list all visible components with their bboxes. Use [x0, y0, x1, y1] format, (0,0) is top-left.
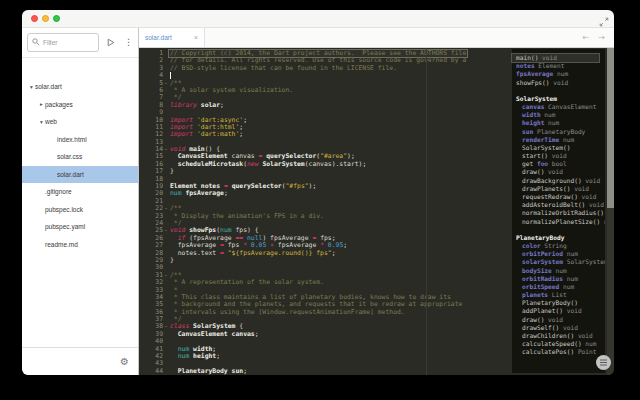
outline-item-normalizeorbitradius[interactable]: normalizeOrbitRadius() …: [512, 209, 605, 217]
outline-item-calculatespeed-num[interactable]: calculateSpeed() num: [512, 340, 605, 348]
tab-label: solar.dart: [145, 34, 172, 41]
outline-item-orbitperiod-num[interactable]: orbitPeriod num: [512, 250, 605, 258]
code-text: * A solar system visualization.: [169, 87, 294, 94]
chevron-down-icon[interactable]: ▾: [28, 84, 35, 90]
tree-item-packages[interactable]: ▸packages: [22, 96, 138, 114]
outline-item-solarsystem[interactable]: SolarSystem: [512, 95, 605, 103]
nav-back-button[interactable]: ←: [583, 33, 590, 42]
tab-bar: solar.dart × ← →: [139, 28, 614, 48]
tree-item-pubspec-lock[interactable]: pubspec.lock: [22, 201, 138, 219]
tree-item-label: web: [45, 118, 57, 125]
outline-item-main-void[interactable]: main() void: [512, 54, 599, 62]
outline-item-planetarybody[interactable]: PlanetaryBody(): [512, 299, 605, 307]
code-text: import 'dart:math';: [169, 131, 244, 138]
outline-item-height-num[interactable]: height num: [512, 119, 605, 127]
outline-item-bodysize-num[interactable]: bodySize num: [512, 267, 605, 275]
tree-item-label: index.html: [57, 136, 87, 143]
outline-item-rendertime-num[interactable]: renderTime num: [512, 136, 605, 144]
traffic-lights: [31, 15, 60, 22]
tree-item-label: readme.md: [45, 241, 78, 248]
outline-item-get-foo-bool[interactable]: get foo bool: [512, 160, 605, 168]
tab-close-icon[interactable]: ×: [194, 34, 198, 41]
chevron-right-icon[interactable]: ▸: [38, 101, 45, 107]
editor-scrollbar-thumb[interactable]: [607, 48, 614, 208]
outline-item-width-num[interactable]: width num: [512, 111, 605, 119]
outline-item-orbitradius-num[interactable]: orbitRadius num: [512, 275, 605, 283]
zoom-window-button[interactable]: [53, 15, 60, 22]
outline-item-canvas-canvaselement[interactable]: canvas CanvasElement: [512, 103, 605, 111]
editor-scrollbar[interactable]: [607, 48, 614, 375]
tree-item-web[interactable]: ▾web: [22, 113, 138, 131]
code-text: num height;: [169, 353, 221, 360]
tree-item-label: solar.css: [57, 153, 82, 160]
outline-item-addplanet-void[interactable]: addPlanet() void: [512, 307, 605, 315]
minimize-window-button[interactable]: [42, 15, 49, 22]
outline-item-draw-void[interactable]: draw() void: [512, 316, 605, 324]
code-text: scheduleMicrotask(new SolarSystem(canvas…: [169, 161, 367, 168]
outline-item-drawplanets-void[interactable]: drawPlanets() void: [512, 185, 605, 193]
tab-solar-dart[interactable]: solar.dart ×: [139, 28, 205, 47]
tree-item-solar-css[interactable]: solar.css: [22, 148, 138, 166]
outline-item-orbitspeed-num[interactable]: orbitSpeed num: [512, 283, 605, 291]
outline-item-showfps-void[interactable]: showFps() void: [512, 79, 605, 87]
chevron-down-icon[interactable]: ▾: [38, 119, 45, 125]
outline-item-fpsaverage-num[interactable]: fpsAverage num: [512, 70, 605, 78]
tree-item-label: .gitignore: [45, 188, 72, 195]
outline-item-notes-element[interactable]: notes Element: [512, 62, 605, 70]
outline-panel: main() voidnotes ElementfpsAverage numsh…: [512, 49, 605, 373]
tree-item-label: solar.dart: [35, 83, 62, 90]
overflow-menu-icon[interactable]: ⋮: [124, 38, 133, 47]
outline-item-draw-void[interactable]: draw() void: [512, 168, 605, 176]
outline-toggle-button[interactable]: [596, 355, 611, 370]
outline-item-color-string[interactable]: color String: [512, 242, 605, 250]
outline-item-drawchildren-void[interactable]: drawChildren() void: [512, 332, 605, 340]
outline-item-requestredraw-void[interactable]: requestRedraw() void: [512, 193, 605, 201]
expand-icon[interactable]: [599, 13, 609, 23]
outline-gap: [512, 87, 605, 95]
outline-item-solarsystem-solarsystem[interactable]: solarSystem SolarSystem: [512, 258, 605, 266]
print-margin-ruler: [426, 48, 427, 375]
file-tree: ▾solar.dart▸packages▾webindex.htmlsolar.…: [22, 58, 138, 347]
tree-item-gitignore[interactable]: .gitignore: [22, 183, 138, 201]
code-text: * A representation of the solar system.: [169, 279, 325, 286]
outline-item-calculatepos-point[interactable]: calculatePos() Point: [512, 348, 605, 356]
tree-item-label: packages: [45, 101, 73, 108]
outline-item-sun-planetarybody[interactable]: sun PlanetaryBody: [512, 128, 605, 136]
run-button[interactable]: [107, 38, 115, 47]
file-sidebar: Filter ⋮ ▾solar.dart▸packages▾webindex.h…: [22, 28, 139, 375]
outline-gap: [512, 226, 605, 234]
tree-item-pubspec-yaml[interactable]: pubspec.yaml: [22, 218, 138, 236]
tree-item-solar-dart[interactable]: ▾solar.dart: [22, 78, 138, 96]
code-text: CanvasElement canvas;: [169, 331, 260, 338]
code-text: library solar;: [169, 102, 225, 109]
app-window: Filter ⋮ ▾solar.dart▸packages▾webindex.h…: [22, 10, 614, 375]
outline-item-normalizeplanetsize-n[interactable]: normalizePlanetSize() n…: [512, 218, 605, 226]
tree-item-solar-dart[interactable]: solar.dart: [22, 166, 138, 184]
code-editor[interactable]: 1// Copyright (c) 2014, the Dart project…: [139, 48, 614, 375]
list-icon: [599, 358, 608, 367]
outline-item-solarsystem[interactable]: SolarSystem(): [512, 144, 605, 152]
tree-item-label: solar.dart: [57, 171, 84, 178]
gear-icon[interactable]: ⚙: [120, 357, 129, 367]
code-text: }: [169, 257, 175, 264]
outline-item-drawbackground-void[interactable]: drawBackground() void: [512, 177, 605, 185]
line-number: 44: [139, 368, 163, 375]
code-text: num fpsAverage;: [169, 190, 229, 197]
filter-input[interactable]: Filter: [27, 33, 99, 52]
sidebar-bottom-bar: ⚙: [22, 347, 138, 375]
tree-item-readme-md[interactable]: readme.md: [22, 236, 138, 254]
outline-item-start-void[interactable]: start() void: [512, 152, 605, 160]
outline-item-planetarybody[interactable]: PlanetaryBody: [512, 234, 605, 242]
tree-item-label: pubspec.lock: [45, 206, 83, 213]
outline-item-drawself-void[interactable]: drawSelf() void: [512, 324, 605, 332]
code-text: // BSD-style license that can be found i…: [169, 65, 398, 72]
close-window-button[interactable]: [31, 15, 38, 22]
editor-area: solar.dart × ← → 1// Copyright (c) 2014,…: [139, 28, 614, 375]
tree-item-index-html[interactable]: index.html: [22, 131, 138, 149]
outline-item-planets-list[interactable]: planets List: [512, 291, 605, 299]
search-icon: [32, 38, 40, 47]
outline-item-addasteroidbelt-void[interactable]: addAsteroidBelt() void: [512, 201, 605, 209]
code-text: * Display the animation's FPS in a div.: [169, 213, 325, 220]
code-text: notes.text = "${fpsAverage.round()} fps"…: [169, 250, 337, 257]
nav-forward-button[interactable]: →: [598, 33, 605, 42]
